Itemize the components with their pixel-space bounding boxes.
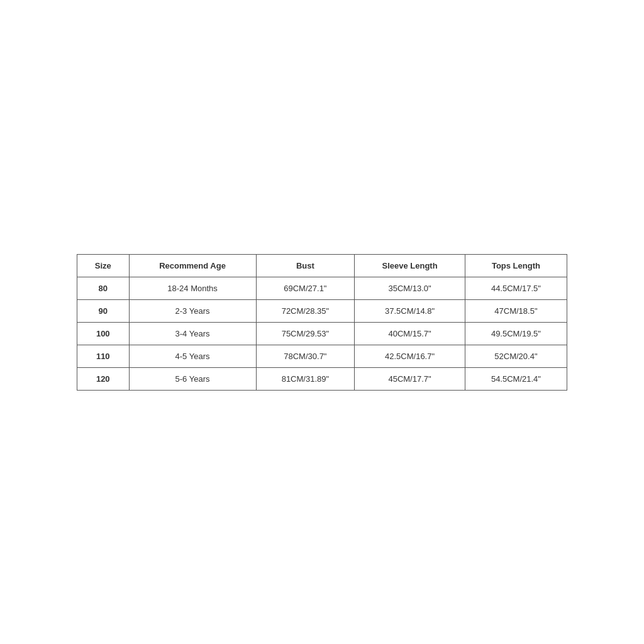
table-header-row: SizeRecommend AgeBustSleeve LengthTops L… — [77, 254, 567, 277]
table-row: 1205-6 Years81CM/31.89"45CM/17.7"54.5CM/… — [77, 367, 567, 390]
table-cell: 4-5 Years — [129, 345, 256, 367]
table-row: 8018-24 Months69CM/27.1"35CM/13.0"44.5CM… — [77, 277, 567, 299]
table-cell: 110 — [77, 345, 130, 367]
table-cell: 37.5CM/14.8" — [355, 299, 465, 322]
table-row: 1104-5 Years78CM/30.7"42.5CM/16.7"52CM/2… — [77, 345, 567, 367]
table-cell: 100 — [77, 322, 130, 345]
table-cell: 78CM/30.7" — [256, 345, 355, 367]
table-cell: 52CM/20.4" — [465, 345, 567, 367]
table-cell: 2-3 Years — [129, 299, 256, 322]
table-cell: 3-4 Years — [129, 322, 256, 345]
table-cell: 54.5CM/21.4" — [465, 367, 567, 390]
table-cell: 120 — [77, 367, 130, 390]
column-header: Tops Length — [465, 254, 567, 277]
table-cell: 42.5CM/16.7" — [355, 345, 465, 367]
table-cell: 45CM/17.7" — [355, 367, 465, 390]
table-cell: 80 — [77, 277, 130, 299]
table-row: 1003-4 Years75CM/29.53"40CM/15.7"49.5CM/… — [77, 322, 567, 345]
table-cell: 75CM/29.53" — [256, 322, 355, 345]
column-header: Bust — [256, 254, 355, 277]
table-container: SizeRecommend AgeBustSleeve LengthTops L… — [0, 0, 644, 644]
table-cell: 90 — [77, 299, 130, 322]
table-body: 8018-24 Months69CM/27.1"35CM/13.0"44.5CM… — [77, 277, 567, 390]
table-cell: 18-24 Months — [129, 277, 256, 299]
table-cell: 40CM/15.7" — [355, 322, 465, 345]
table-cell: 81CM/31.89" — [256, 367, 355, 390]
size-chart-table: SizeRecommend AgeBustSleeve LengthTops L… — [77, 254, 567, 391]
table-row: 902-3 Years72CM/28.35"37.5CM/14.8"47CM/1… — [77, 299, 567, 322]
table-cell: 72CM/28.35" — [256, 299, 355, 322]
column-header: Size — [77, 254, 130, 277]
column-header: Sleeve Length — [355, 254, 465, 277]
table-cell: 35CM/13.0" — [355, 277, 465, 299]
table-cell: 69CM/27.1" — [256, 277, 355, 299]
column-header: Recommend Age — [129, 254, 256, 277]
table-cell: 49.5CM/19.5" — [465, 322, 567, 345]
table-cell: 44.5CM/17.5" — [465, 277, 567, 299]
table-cell: 47CM/18.5" — [465, 299, 567, 322]
table-cell: 5-6 Years — [129, 367, 256, 390]
